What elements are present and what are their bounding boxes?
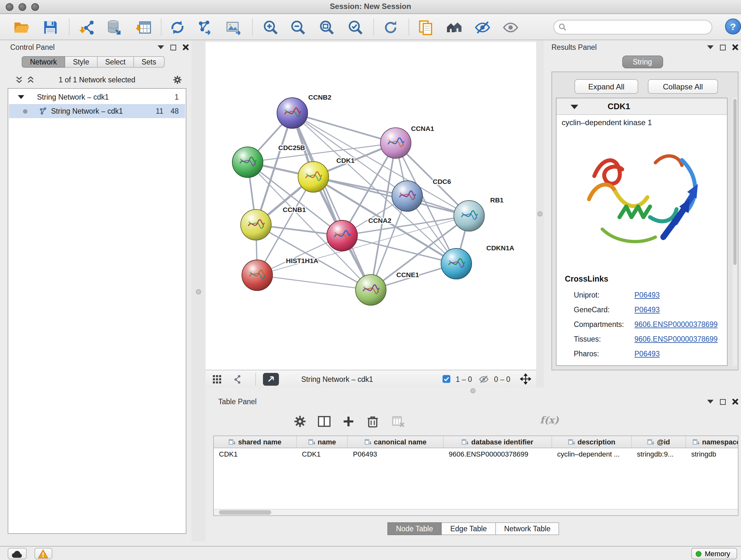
open-session-button[interactable]	[12, 18, 31, 37]
gene-description: cyclin–dependent kinase 1	[562, 118, 652, 127]
refresh-view-button[interactable]	[381, 18, 400, 37]
collapse-all-icon[interactable]	[15, 76, 23, 84]
results-scrollbar[interactable]	[733, 98, 737, 366]
import-network-from-file-button[interactable]	[77, 18, 96, 37]
node-count: 11	[156, 104, 163, 118]
memory-button[interactable]: Memory	[691, 548, 737, 559]
import-table-button[interactable]	[134, 18, 153, 37]
splitter-handle[interactable]	[537, 211, 542, 216]
create-column-button[interactable]	[340, 413, 357, 430]
float-panel-icon[interactable]	[720, 399, 726, 405]
annotation-pages-button[interactable]	[416, 18, 435, 37]
tab-string[interactable]: String	[622, 56, 663, 68]
tab-sets[interactable]: Sets	[134, 56, 164, 68]
expand-all-icon[interactable]	[27, 76, 35, 84]
scrollbar-thumb[interactable]	[219, 510, 271, 515]
tab-network[interactable]: Network	[22, 56, 65, 68]
float-panel-icon[interactable]	[720, 44, 726, 50]
protein-structure-image	[576, 133, 708, 266]
search-input[interactable]	[553, 20, 712, 35]
window-zoom-button[interactable]	[31, 3, 39, 11]
close-panel-icon[interactable]	[183, 44, 189, 51]
collapse-panel-icon[interactable]	[158, 45, 164, 49]
column-header-canonical-name[interactable]: canonical name	[348, 436, 444, 448]
export-image-button[interactable]	[224, 18, 243, 37]
export-view-button[interactable]	[263, 373, 279, 386]
help-button[interactable]: ?	[725, 18, 741, 35]
grid-view-button[interactable]	[212, 374, 222, 384]
pan-crosshair-button[interactable]	[520, 374, 531, 384]
gene-card-cdk1: CDK1 cyclin–dependent kinase 1	[556, 98, 728, 366]
window-titlebar: Session: New Session	[0, 0, 741, 14]
crosslink-genecard-link[interactable]: P06493	[634, 306, 660, 314]
splitter-handle[interactable]	[470, 388, 475, 393]
tree-row-network[interactable]: String Network – cdk1 11 48	[9, 104, 185, 118]
share-network-button[interactable]	[231, 374, 241, 384]
scrollbar-thumb[interactable]	[733, 99, 737, 265]
zoom-out-button[interactable]	[288, 18, 308, 37]
zoom-in-button[interactable]	[261, 18, 280, 37]
function-builder-button[interactable]: f(x)	[540, 415, 559, 426]
column-header-description[interactable]: description	[552, 436, 632, 448]
network-canvas[interactable]: CCNB2CCNA1CDC25BCDK1CDC6RB1CCNB1CCNA2CDK…	[205, 42, 536, 370]
network-edge[interactable]	[257, 275, 371, 290]
save-session-button[interactable]	[41, 18, 60, 37]
zoom-fit-button[interactable]	[317, 18, 336, 37]
table-row[interactable]: CDK1 CDK1 P06493 9606.ENSP00000378699 cy…	[214, 448, 738, 460]
column-header-namespace[interactable]: namespace	[686, 436, 738, 448]
cloud-status-button[interactable]	[8, 548, 27, 559]
vertical-splitter-left[interactable]	[192, 40, 205, 542]
table-horizontal-scrollbar[interactable]	[214, 509, 738, 515]
vertical-splitter-right[interactable]	[536, 40, 544, 395]
collapse-all-button[interactable]: Collapse All	[648, 79, 718, 94]
close-panel-icon[interactable]	[732, 44, 738, 51]
collapse-panel-icon[interactable]	[707, 400, 714, 403]
gear-icon[interactable]	[172, 75, 183, 85]
column-header-shared-name[interactable]: shared name	[214, 436, 297, 448]
collapse-panel-icon[interactable]	[707, 45, 714, 49]
tree-row-root[interactable]: String Network – cdk1 1	[9, 90, 185, 104]
crosslink-tissues-link[interactable]: 9606.ENSP00000378699	[634, 335, 718, 343]
splitter-handle[interactable]	[196, 289, 201, 294]
gene-card-header[interactable]: CDK1	[556, 98, 727, 115]
table-settings-button[interactable]	[292, 413, 308, 430]
tab-select[interactable]: Select	[98, 56, 134, 68]
zoom-selected-button[interactable]	[346, 18, 365, 37]
column-selector-button[interactable]	[316, 413, 333, 430]
tab-network-table[interactable]: Network Table	[496, 522, 559, 535]
network-node-label: RB1	[490, 196, 503, 204]
horizontal-splitter[interactable]	[205, 388, 741, 395]
float-panel-icon[interactable]	[171, 44, 176, 50]
export-network-button[interactable]	[195, 18, 214, 37]
expand-all-button[interactable]: Expand All	[575, 79, 638, 94]
collapse-gene-icon[interactable]	[570, 105, 578, 109]
window-controls	[6, 3, 39, 11]
tab-edge-table[interactable]: Edge Table	[442, 522, 496, 535]
crosslink-pharos-link[interactable]: P06493	[634, 350, 660, 358]
column-header-name[interactable]: name	[297, 436, 348, 448]
tab-style[interactable]: Style	[65, 56, 97, 68]
crosslink-uniprot-link[interactable]: P06493	[634, 291, 660, 299]
column-header-database-identifier[interactable]: database identifier	[444, 436, 552, 448]
new-network-button[interactable]	[168, 18, 187, 37]
network-edge[interactable]	[292, 113, 396, 143]
network-overview-button[interactable]	[445, 18, 464, 37]
hide-selected-button[interactable]	[473, 18, 492, 37]
crosslink-compartments-link[interactable]: 9606.ENSP00000378699	[634, 320, 718, 328]
tab-node-table[interactable]: Node Table	[387, 522, 442, 535]
tree-expand-icon[interactable]	[18, 95, 24, 99]
warnings-button[interactable]	[35, 548, 52, 559]
show-all-button[interactable]	[501, 18, 520, 37]
crosslink-label: Uniprot:	[574, 289, 634, 301]
import-network-from-database-button[interactable]	[105, 18, 124, 37]
window-minimize-button[interactable]	[18, 3, 26, 11]
delete-table-button[interactable]	[390, 413, 407, 430]
close-panel-icon[interactable]	[732, 398, 738, 405]
delete-column-button[interactable]	[364, 413, 381, 430]
selected-nodes-checkbox[interactable]	[442, 374, 451, 384]
share-icon	[231, 374, 241, 384]
hidden-nodes-button[interactable]	[479, 374, 489, 384]
window-close-button[interactable]	[6, 3, 13, 11]
column-header-id[interactable]: @id	[632, 436, 686, 448]
network-edge[interactable]	[257, 216, 469, 275]
